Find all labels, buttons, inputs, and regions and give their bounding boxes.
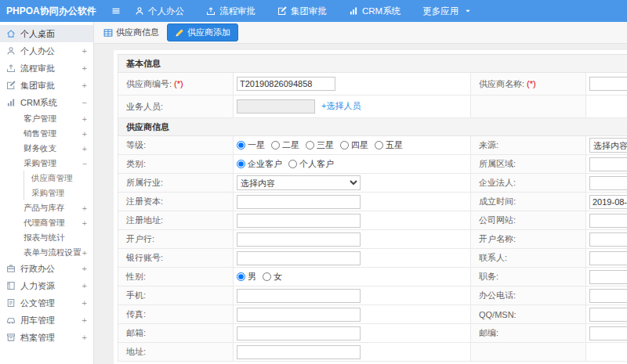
level-radio-input-0[interactable] bbox=[237, 141, 245, 150]
nav-item-crm-system[interactable]: CRM系统 bbox=[349, 5, 400, 17]
sidebar-item-crm-system[interactable]: CRM系统− bbox=[0, 94, 93, 111]
nav-item-label: 流程审批 bbox=[219, 5, 256, 17]
sidebar-item-admin-office[interactable]: 行政办公+ bbox=[0, 260, 93, 277]
level-radio-2[interactable]: 三星 bbox=[306, 139, 334, 151]
level-radio-input-3[interactable] bbox=[340, 141, 349, 150]
sidebar-item-supplier-mgmt[interactable]: 供应商管理 bbox=[24, 171, 93, 186]
nav-item-more-apps[interactable]: 更多应用 bbox=[422, 5, 472, 17]
category-radio-input-0[interactable] bbox=[237, 160, 245, 168]
field-input-cell bbox=[234, 193, 471, 211]
expand-plus-icon[interactable]: + bbox=[82, 281, 87, 290]
region-input[interactable] bbox=[589, 157, 627, 171]
bank-input[interactable] bbox=[237, 232, 361, 247]
sidebar-item-archives-mgmt[interactable]: 档案管理+ bbox=[0, 329, 93, 346]
gender-radio-input-1[interactable] bbox=[263, 272, 271, 281]
registered-address-input[interactable] bbox=[237, 214, 361, 228]
gender-radio-1[interactable]: 女 bbox=[263, 271, 282, 283]
sidebar-item-personal-office[interactable]: 个人办公+ bbox=[0, 42, 93, 59]
tab-supplier-info[interactable]: 供应商信息 bbox=[103, 27, 159, 38]
expand-plus-icon[interactable]: + bbox=[82, 333, 87, 342]
supplier-name-input[interactable] bbox=[589, 77, 627, 91]
field-input-cell bbox=[234, 73, 471, 96]
level-radio-0[interactable]: 一星 bbox=[237, 139, 265, 151]
expand-plus-icon[interactable]: + bbox=[82, 63, 87, 73]
contact-input[interactable] bbox=[589, 251, 627, 265]
sidebar-item-reports-stats[interactable]: 报表与统计 bbox=[0, 230, 93, 245]
sidebar-item-hr[interactable]: 人力资源+ bbox=[0, 277, 93, 294]
sidebar-item-vehicle-mgmt[interactable]: 用车管理+ bbox=[0, 312, 93, 329]
gender-radio-0[interactable]: 男 bbox=[237, 271, 256, 283]
field-label-cell: 职务: bbox=[471, 268, 586, 287]
category-radio-label: 企业客户 bbox=[248, 158, 282, 170]
sidebar-item-official-doc[interactable]: 公文管理+ bbox=[0, 294, 93, 312]
expand-plus-icon[interactable]: + bbox=[82, 298, 87, 308]
category-radio-0[interactable]: 企业客户 bbox=[237, 158, 282, 170]
expand-plus-icon[interactable]: + bbox=[82, 129, 87, 139]
sidebar-item-customer-mgmt[interactable]: 客户管理+ bbox=[0, 111, 93, 126]
field-label-cell: 开户行: bbox=[118, 230, 234, 249]
expand-plus-icon[interactable]: + bbox=[82, 248, 87, 258]
expand-plus-icon[interactable]: + bbox=[82, 204, 87, 213]
address-label: 地址: bbox=[126, 347, 146, 356]
sidebar-item-form-flow-settings[interactable]: 表单与流程设置+ bbox=[0, 245, 93, 260]
qq-msn-input[interactable] bbox=[589, 308, 627, 322]
expand-plus-icon[interactable]: + bbox=[82, 218, 87, 228]
nav-item-personal-office[interactable]: 个人办公 bbox=[135, 5, 184, 17]
expand-plus-icon[interactable]: + bbox=[82, 46, 87, 56]
legal-person-input[interactable] bbox=[589, 176, 627, 190]
industry-select[interactable]: 选择内容 bbox=[237, 175, 361, 190]
field-label-cell: 所属区域: bbox=[471, 155, 586, 174]
staff-label: 业务人员: bbox=[126, 102, 163, 111]
sidebar-item-agent-mgmt[interactable]: 代理商管理+ bbox=[0, 215, 93, 230]
category-radio-input-1[interactable] bbox=[288, 160, 297, 168]
source-select[interactable]: 选择内容 bbox=[589, 138, 627, 153]
office-phone-input[interactable] bbox=[589, 289, 627, 303]
tab-supplier-add[interactable]: 供应商添加 bbox=[167, 23, 238, 41]
sidebar-item-product-inventory[interactable]: 产品与库存+ bbox=[0, 200, 93, 215]
registered-capital-input[interactable] bbox=[237, 195, 361, 209]
staff-picker-link[interactable]: +选择人员 bbox=[321, 101, 361, 110]
expand-plus-icon[interactable]: + bbox=[82, 264, 87, 273]
level-radio-4[interactable]: 五星 bbox=[375, 139, 403, 151]
gender-radio-input-0[interactable] bbox=[237, 272, 245, 281]
expand-plus-icon[interactable]: + bbox=[82, 81, 87, 90]
nav-item-group-approval[interactable]: 集团审批 bbox=[277, 5, 327, 17]
sidebar-item-finance[interactable]: 财务收支+ bbox=[0, 141, 93, 156]
collapse-minus-icon[interactable]: − bbox=[82, 98, 87, 107]
sidebar-item-personal-desktop[interactable]: 个人桌面 bbox=[0, 25, 93, 42]
zip-input[interactable] bbox=[589, 326, 627, 341]
expand-plus-icon[interactable]: + bbox=[82, 315, 87, 325]
sidebar-item-sales-mgmt[interactable]: 销售管理+ bbox=[0, 126, 93, 141]
caret-down-icon bbox=[464, 7, 472, 15]
sidebar-item-process-approval[interactable]: 流程审批+ bbox=[0, 59, 93, 77]
supplier-code-input[interactable] bbox=[237, 77, 335, 91]
website-input[interactable] bbox=[589, 214, 627, 228]
category-radio-1[interactable]: 个人客户 bbox=[288, 158, 334, 170]
account-name-input[interactable] bbox=[589, 232, 627, 247]
established-date-input[interactable] bbox=[589, 195, 627, 209]
expand-plus-icon[interactable]: + bbox=[82, 114, 87, 124]
position-input[interactable] bbox=[589, 270, 627, 284]
collapse-minus-icon[interactable]: − bbox=[82, 159, 87, 168]
menu-icon[interactable] bbox=[111, 6, 121, 16]
expand-plus-icon[interactable]: + bbox=[82, 144, 87, 153]
pencil-icon bbox=[175, 28, 184, 38]
sidebar-item-purchase-mgmt[interactable]: 采购管理− bbox=[0, 156, 93, 171]
level-radio-input-4[interactable] bbox=[375, 141, 383, 150]
staff-input[interactable] bbox=[237, 99, 315, 114]
bank-account-input[interactable] bbox=[237, 251, 361, 265]
level-radio-1[interactable]: 二星 bbox=[271, 139, 299, 151]
nav-item-process-approval[interactable]: 流程审批 bbox=[206, 5, 256, 17]
fax-input[interactable] bbox=[237, 308, 361, 322]
level-radio-input-1[interactable] bbox=[271, 141, 280, 150]
mobile-input[interactable] bbox=[237, 289, 361, 303]
field-input-cell bbox=[234, 305, 471, 324]
zip-label: 邮编: bbox=[479, 328, 498, 337]
level-radio-input-2[interactable] bbox=[306, 141, 314, 150]
nav-item-label: CRM系统 bbox=[362, 5, 400, 17]
sidebar-item-group-approval[interactable]: 集团审批+ bbox=[0, 77, 93, 94]
email-input[interactable] bbox=[237, 326, 361, 341]
address-input[interactable] bbox=[237, 345, 361, 359]
sidebar-item-purchasing[interactable]: 采购管理 bbox=[24, 186, 93, 200]
level-radio-3[interactable]: 四星 bbox=[340, 139, 368, 151]
